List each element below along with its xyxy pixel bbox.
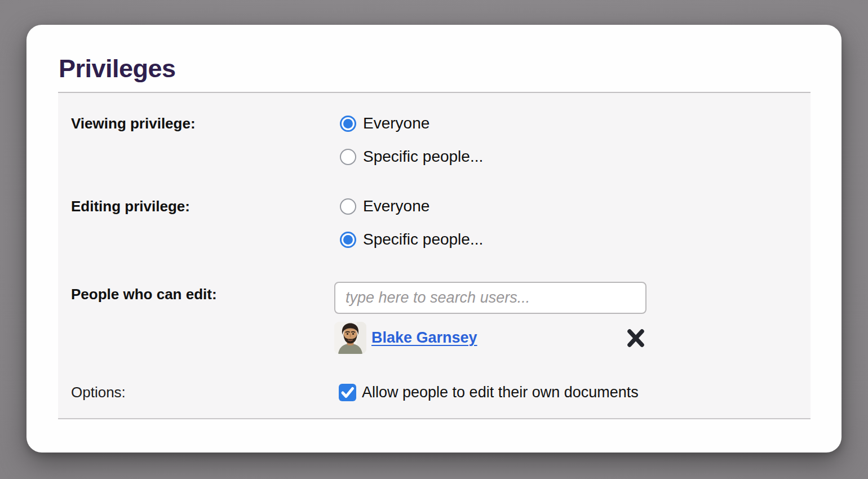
checkbox-label: Allow people to edit their own documents [362,384,639,401]
options-label: Options: [71,384,334,401]
radio-button-icon[interactable] [340,198,356,215]
people-editor-list: Blake Garnsey [334,282,646,354]
radio-editing-everyone[interactable]: Everyone [340,194,483,219]
avatar-photo [334,322,366,354]
radio-label: Everyone [363,197,429,215]
privileges-card: Privileges Viewing privilege: Everyone S… [26,25,842,453]
x-icon [626,328,646,348]
radio-editing-specific-people[interactable]: Specific people... [340,227,483,252]
viewing-privilege-radio-group: Everyone Specific people... [340,111,483,169]
user-row: Blake Garnsey [334,322,646,354]
page-title: Privileges [26,25,842,82]
editing-privilege-row: Editing privilege: Everyone Specific peo… [71,194,811,252]
own-documents-checkbox[interactable] [339,384,356,401]
people-who-can-edit-row: People who can edit: [71,282,811,354]
radio-button-icon[interactable] [340,232,356,248]
check-icon [339,384,356,401]
viewing-privilege-label: Viewing privilege: [71,111,334,136]
editing-privilege-label: Editing privilege: [71,194,334,219]
options-row: Options: Allow people to edit their own … [71,384,811,401]
viewing-privilege-row: Viewing privilege: Everyone Specific peo… [71,111,811,169]
radio-button-icon[interactable] [340,116,356,132]
radio-label: Everyone [363,114,429,132]
user-name-link[interactable]: Blake Garnsey [371,329,477,347]
privileges-panel: Viewing privilege: Everyone Specific peo… [58,92,811,419]
search-users-input[interactable] [334,282,646,314]
radio-viewing-everyone[interactable]: Everyone [340,111,483,136]
remove-user-button[interactable] [625,327,646,349]
editing-privilege-radio-group: Everyone Specific people... [340,194,483,252]
desktop-background: { "header": { "title": "Privileges" }, "… [0,0,868,479]
radio-label: Specific people... [363,148,483,166]
allow-own-documents-option[interactable]: Allow people to edit their own documents [339,384,639,401]
radio-label: Specific people... [363,230,483,249]
people-who-can-edit-label: People who can edit: [71,282,334,307]
radio-button-icon[interactable] [340,149,356,165]
radio-viewing-specific-people[interactable]: Specific people... [340,144,483,169]
user-avatar [334,322,366,354]
